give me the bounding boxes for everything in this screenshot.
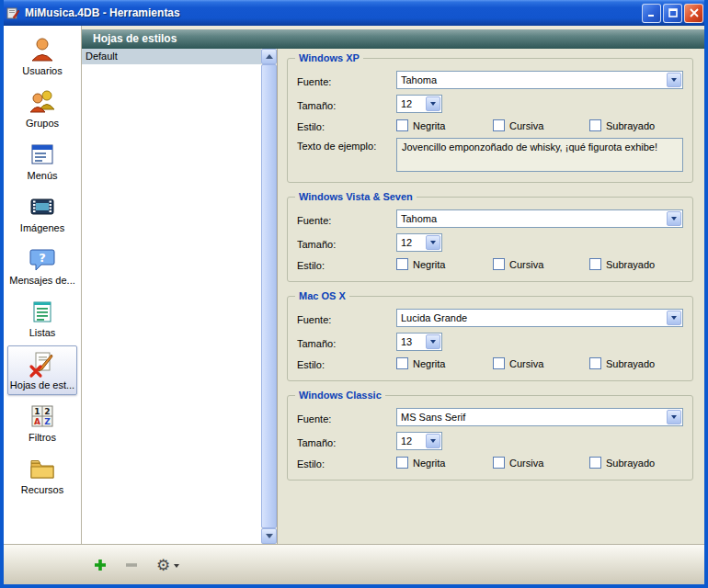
sample-text-box: Jovencillo emponzoñado de whisky, ¡qué f…	[396, 138, 683, 172]
checkbox-cursiva[interactable]	[493, 457, 505, 469]
sample-row: Texto de ejemplo: Jovencillo emponzoñado…	[297, 138, 683, 172]
svg-text:2: 2	[44, 407, 50, 416]
checkbox-group-cursiva[interactable]: Cursiva	[493, 119, 589, 131]
settings-button[interactable]: ⚙	[156, 555, 179, 575]
checkbox-negrita[interactable]	[396, 357, 408, 369]
checkbox-group-cursiva[interactable]: Cursiva	[493, 258, 589, 270]
maximize-button[interactable]	[663, 4, 682, 23]
size-select[interactable]: 13	[396, 333, 442, 351]
scroll-up-button[interactable]	[261, 49, 277, 64]
content-area: Hojas de estilos Default	[82, 26, 704, 544]
sidebar-item-listas[interactable]: Listas	[7, 293, 77, 343]
images-icon	[28, 192, 57, 221]
combo-dropdown-button[interactable]	[426, 96, 440, 111]
scrollbar-thumb[interactable]	[261, 64, 277, 528]
checkbox-group-negrita[interactable]: Negrita	[396, 258, 493, 270]
font-select[interactable]: MS Sans Serif	[396, 408, 683, 426]
style-label: Estilo:	[297, 119, 396, 132]
checkbox-negrita[interactable]	[396, 258, 408, 270]
close-button[interactable]	[684, 4, 703, 23]
checkbox-group-subrayado[interactable]: Subrayado	[589, 119, 686, 131]
size-select[interactable]: 12	[396, 233, 442, 252]
filter-icon: 1 2 A Z	[28, 401, 57, 431]
minimize-button[interactable]	[642, 4, 661, 23]
sidebar-item-label: Usuarios	[8, 65, 76, 76]
section-windows-vista-seven: Windows Vista & Seven Fuente: Tahoma Tam…	[287, 197, 693, 282]
checkbox-subrayado[interactable]	[589, 357, 601, 369]
main-row: Usuarios Grupos	[4, 26, 704, 544]
size-select[interactable]: 12	[396, 95, 442, 113]
checkbox-subrayado[interactable]	[589, 119, 601, 131]
size-row: Tamaño: 12	[297, 233, 683, 252]
checkbox-group-subrayado[interactable]: Subrayado	[589, 457, 686, 469]
checkbox-negrita[interactable]	[396, 119, 408, 131]
sidebar: Usuarios Grupos	[4, 26, 82, 544]
checkbox-cursiva[interactable]	[493, 258, 505, 270]
checkbox-subrayado[interactable]	[589, 457, 601, 469]
size-select-value: 13	[397, 336, 425, 347]
stylesheet-list-panel: Default	[82, 49, 278, 544]
chevron-down-icon	[430, 102, 436, 106]
message-icon: ?	[28, 244, 57, 274]
chevron-down-icon	[671, 415, 677, 419]
sidebar-item-filtros[interactable]: 1 2 A Z Filtros	[7, 398, 77, 447]
combo-dropdown-button[interactable]	[667, 211, 681, 226]
checkbox-label: Cursiva	[509, 259, 543, 270]
font-select[interactable]: Lucida Grande	[396, 309, 683, 327]
style-options: Negrita Cursiva Subrayado	[396, 258, 686, 270]
checkbox-negrita[interactable]	[396, 457, 408, 469]
combo-dropdown-button[interactable]	[667, 311, 681, 325]
font-row: Fuente: Lucida Grande	[297, 309, 683, 327]
sidebar-item-mensajes[interactable]: ? Mensajes de...	[7, 241, 77, 290]
style-label: Estilo:	[297, 456, 396, 469]
checkbox-subrayado[interactable]	[589, 258, 601, 270]
font-select[interactable]: Tahoma	[396, 209, 683, 228]
font-row: Fuente: Tahoma	[297, 209, 683, 228]
checkbox-group-subrayado[interactable]: Subrayado	[589, 258, 686, 270]
checkbox-group-cursiva[interactable]: Cursiva	[493, 457, 589, 469]
checkbox-group-subrayado[interactable]: Subrayado	[589, 357, 686, 369]
chevron-down-icon	[430, 439, 436, 443]
style-row: Estilo: Negrita Cursiva Subrayado	[297, 257, 683, 271]
sidebar-item-label: Filtros	[8, 432, 76, 443]
group-icon	[28, 87, 57, 117]
checkbox-label: Subrayado	[606, 120, 655, 131]
titlebar[interactable]: MiMusica.4DB - Herramientas	[0, 0, 708, 26]
list-icon	[28, 297, 57, 326]
stylesheet-list: Default	[82, 49, 261, 544]
checkbox-label: Negrita	[413, 458, 445, 469]
combo-dropdown-button[interactable]	[667, 73, 681, 87]
sidebar-item-hojas-de-estilos[interactable]: Hojas de est...	[7, 345, 77, 395]
checkbox-group-negrita[interactable]: Negrita	[396, 457, 493, 469]
checkbox-cursiva[interactable]	[493, 119, 505, 131]
sidebar-item-grupos[interactable]: Grupos	[7, 84, 77, 133]
checkbox-cursiva[interactable]	[493, 357, 505, 369]
sidebar-item-label: Recursos	[8, 484, 76, 495]
list-scrollbar[interactable]	[261, 49, 277, 544]
combo-dropdown-button[interactable]	[426, 235, 440, 250]
list-item-default[interactable]: Default	[82, 49, 261, 64]
svg-text:Z: Z	[44, 417, 51, 426]
combo-dropdown-button[interactable]	[667, 410, 681, 424]
combo-dropdown-button[interactable]	[426, 334, 440, 349]
size-label: Tamaño:	[297, 335, 396, 349]
sidebar-item-menus[interactable]: Menús	[7, 136, 77, 186]
combo-dropdown-button[interactable]	[426, 434, 440, 448]
font-select-value: Tahoma	[397, 74, 666, 85]
arrow-down-icon	[266, 534, 273, 538]
sidebar-item-imagenes[interactable]: Imágenes	[7, 188, 77, 238]
checkbox-group-negrita[interactable]: Negrita	[396, 119, 493, 131]
chevron-down-icon	[430, 241, 436, 244]
scroll-down-button[interactable]	[261, 528, 277, 544]
remove-button[interactable]	[125, 555, 138, 575]
add-button[interactable]	[94, 555, 107, 575]
checkbox-group-negrita[interactable]: Negrita	[396, 357, 493, 369]
checkbox-label: Negrita	[413, 120, 445, 131]
size-select[interactable]: 12	[396, 432, 442, 450]
font-select[interactable]: Tahoma	[396, 71, 683, 89]
checkbox-group-cursiva[interactable]: Cursiva	[493, 357, 589, 369]
sidebar-item-recursos[interactable]: Recursos	[7, 450, 77, 500]
sidebar-item-usuarios[interactable]: Usuarios	[7, 31, 77, 81]
checkbox-label: Cursiva	[509, 458, 543, 469]
section-mac-os-x: Mac OS X Fuente: Lucida Grande Tamaño:	[287, 296, 693, 381]
